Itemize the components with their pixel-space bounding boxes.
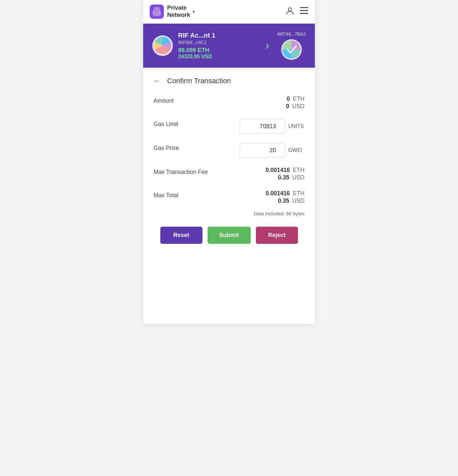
from-account-name: RIF Ac...nt 1 xyxy=(178,32,258,39)
amount-row: Amount 0 ETH 0 USD xyxy=(154,96,304,110)
amount-usd-line: 0 USD xyxy=(286,103,304,110)
gas-limit-input-group: UNITS xyxy=(240,119,304,134)
navbar-left: Private Network ▾ xyxy=(150,5,195,19)
transaction-banner: RIF Ac...nt 1 90F8bf...c9C1 99.099 ETH 2… xyxy=(143,24,315,68)
amount-eth-line: 0 ETH xyxy=(287,96,304,102)
chevron-down-icon: ▾ xyxy=(193,9,195,14)
amount-eth-number: 0 xyxy=(287,96,290,102)
action-buttons: Reset Submit Reject xyxy=(154,227,304,244)
gas-price-row: Gas Price GWEI xyxy=(154,143,304,158)
max-total-eth-line: 0.001416 ETH xyxy=(266,190,304,197)
max-total-eth-unit: ETH xyxy=(293,190,304,197)
svg-rect-8 xyxy=(300,13,308,14)
user-icon[interactable] xyxy=(286,6,294,17)
page-title: Confirm Transaction xyxy=(167,77,231,85)
max-total-usd-number: 0.35 xyxy=(278,198,289,204)
gas-price-input[interactable] xyxy=(240,143,285,158)
back-button[interactable]: ← xyxy=(154,77,161,85)
max-total-label: Max Total xyxy=(154,190,212,199)
app-container: Private Network ▾ xyxy=(143,0,315,324)
amount-eth-unit: ETH xyxy=(293,96,304,102)
from-account-address: 90F8bf...c9C1 xyxy=(178,40,258,45)
gas-price-label: Gas Price xyxy=(154,143,212,152)
to-address: 4bf749...7BA2 xyxy=(277,31,306,37)
svg-rect-6 xyxy=(300,7,308,8)
svg-rect-7 xyxy=(300,10,308,11)
gas-limit-unit: UNITS xyxy=(288,123,304,129)
amount-label: Amount xyxy=(154,96,212,104)
gas-limit-input[interactable] xyxy=(240,119,285,134)
network-name: Private xyxy=(167,5,190,12)
to-avatar xyxy=(281,39,302,60)
svg-point-4 xyxy=(154,9,159,14)
main-content: ← Confirm Transaction Amount 0 ETH 0 USD… xyxy=(143,68,315,253)
max-total-row: Max Total 0.001416 ETH 0.35 USD xyxy=(154,190,304,204)
max-fee-row: Max Transaction Fee 0.001416 ETH 0.35 US… xyxy=(154,167,304,181)
amount-usd-unit: USD xyxy=(292,103,304,109)
app-logo xyxy=(150,5,164,19)
max-fee-usd-unit: USD xyxy=(292,174,304,181)
network-name2: Network xyxy=(167,12,190,19)
max-fee-label: Max Transaction Fee xyxy=(154,167,212,176)
recipient-section: 4bf749...7BA2 xyxy=(277,31,306,60)
svg-point-5 xyxy=(288,8,292,11)
max-fee-usd-number: 0.35 xyxy=(278,174,289,181)
navbar: Private Network ▾ xyxy=(143,0,315,24)
gas-price-unit: GWEI xyxy=(288,147,304,153)
hamburger-icon[interactable] xyxy=(300,7,308,16)
network-label[interactable]: Private Network ▾ xyxy=(167,5,195,18)
gas-limit-label: Gas Limit xyxy=(154,119,212,128)
transfer-arrow-icon: › xyxy=(265,39,269,52)
max-fee-usd-line: 0.35 USD xyxy=(278,174,304,181)
amount-usd-number: 0 xyxy=(286,103,289,109)
reject-button[interactable]: Reject xyxy=(256,227,298,244)
page-header: ← Confirm Transaction xyxy=(154,77,304,85)
max-total-eth-number: 0.001416 xyxy=(266,190,290,197)
navbar-right xyxy=(286,6,308,17)
from-balance-usd: 24320.95 USD xyxy=(178,54,258,60)
max-total-usd-unit: USD xyxy=(292,198,304,204)
amount-value: 0 ETH 0 USD xyxy=(286,96,304,110)
max-total-usd-line: 0.35 USD xyxy=(278,198,304,204)
from-avatar xyxy=(152,35,173,56)
max-fee-eth-line: 0.001416 ETH xyxy=(266,167,304,174)
max-fee-eth-number: 0.001416 xyxy=(266,167,290,173)
reset-button[interactable]: Reset xyxy=(160,227,202,244)
max-fee-value: 0.001416 ETH 0.35 USD xyxy=(266,167,304,181)
gas-price-input-group: GWEI xyxy=(240,143,304,158)
from-account-info: RIF Ac...nt 1 90F8bf...c9C1 99.099 ETH 2… xyxy=(178,32,258,60)
max-total-value: 0.001416 ETH 0.35 USD xyxy=(266,190,304,204)
max-fee-eth-unit: ETH xyxy=(293,167,304,173)
gas-limit-row: Gas Limit UNITS xyxy=(154,119,304,134)
submit-button[interactable]: Submit xyxy=(208,227,251,244)
from-balance-eth: 99.099 ETH xyxy=(178,47,258,54)
data-included-note: Data included: 68 bytes xyxy=(154,211,304,216)
